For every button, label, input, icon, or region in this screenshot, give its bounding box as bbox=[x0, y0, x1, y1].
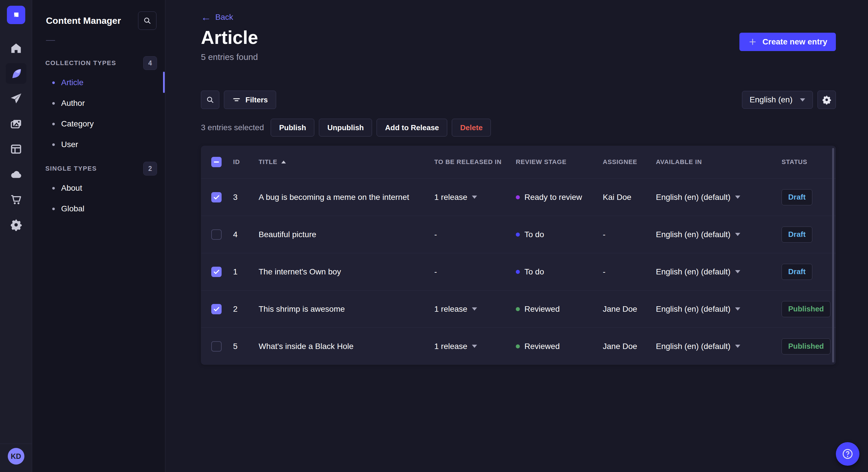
sidebar-search-button[interactable] bbox=[138, 11, 156, 30]
locale-label: English (en) (default) bbox=[656, 230, 731, 239]
user-avatar[interactable]: KD bbox=[8, 448, 24, 465]
strapi-logo[interactable] bbox=[7, 6, 25, 24]
chevron-down-icon[interactable] bbox=[735, 307, 740, 310]
content-type-builder-icon[interactable] bbox=[6, 139, 26, 160]
chevron-down-icon bbox=[800, 98, 805, 102]
column-header-id[interactable]: ID bbox=[233, 158, 259, 166]
column-header-available-in[interactable]: AVAILABLE IN bbox=[656, 158, 782, 166]
sidebar-scrollbar-thumb[interactable] bbox=[163, 72, 165, 93]
column-header-label: ID bbox=[233, 158, 240, 166]
create-new-entry-button[interactable]: Create new entry bbox=[739, 33, 836, 51]
back-arrow-icon: ← bbox=[201, 12, 211, 22]
add-to-release-button[interactable]: Add to Release bbox=[377, 119, 447, 136]
question-mark-icon bbox=[841, 448, 854, 460]
back-link[interactable]: ← Back bbox=[201, 12, 233, 22]
content-manager-icon[interactable] bbox=[6, 63, 26, 84]
home-icon[interactable] bbox=[6, 38, 26, 59]
chevron-down-icon[interactable] bbox=[735, 270, 740, 273]
cell-available-in: English (en) (default) bbox=[656, 267, 782, 276]
chevron-down-icon[interactable] bbox=[735, 233, 740, 236]
bulk-actions: PublishUnpublishAdd to ReleaseDelete bbox=[271, 119, 491, 136]
chevron-down-icon[interactable] bbox=[472, 196, 477, 199]
table-header-row: IDTITLETO BE RELEASED INREVIEW STAGEASSI… bbox=[201, 146, 836, 178]
sidebar-item-author[interactable]: Author bbox=[32, 93, 165, 113]
column-header-review-stage[interactable]: REVIEW STAGE bbox=[516, 158, 603, 166]
chevron-down-icon[interactable] bbox=[735, 345, 740, 348]
cell-status: Published bbox=[782, 301, 836, 317]
table-row[interactable]: 3A bug is becoming a meme on the interne… bbox=[201, 178, 836, 216]
stage-dot-icon bbox=[516, 270, 520, 274]
releases-icon[interactable] bbox=[6, 88, 26, 109]
row-checkbox[interactable] bbox=[211, 267, 222, 277]
cloud-icon[interactable] bbox=[6, 164, 26, 185]
row-select-cell bbox=[201, 192, 233, 202]
column-header-title[interactable]: TITLE bbox=[259, 158, 434, 166]
chevron-down-icon[interactable] bbox=[472, 307, 477, 310]
table-row[interactable]: 1The internet's Own boy-To do-English (e… bbox=[201, 253, 836, 290]
media-library-icon[interactable] bbox=[6, 113, 26, 134]
column-header-status[interactable]: STATUS bbox=[782, 158, 836, 166]
select-all-checkbox[interactable] bbox=[211, 157, 222, 167]
column-header-to-be-released-in[interactable]: TO BE RELEASED IN bbox=[434, 158, 516, 166]
stage-dot-icon bbox=[516, 233, 520, 237]
cell-review-stage: Ready to review bbox=[516, 193, 603, 202]
stage-label: Ready to review bbox=[524, 193, 582, 202]
column-header-assignee[interactable]: ASSIGNEE bbox=[603, 158, 656, 166]
cell-review-stage: Reviewed bbox=[516, 305, 603, 314]
sidebar-section: COLLECTION TYPES4ArticleAuthorCategoryUs… bbox=[32, 56, 165, 155]
chevron-down-icon[interactable] bbox=[735, 196, 740, 199]
marketplace-icon[interactable] bbox=[6, 189, 26, 210]
filter-icon bbox=[232, 96, 241, 104]
stage-dot-icon bbox=[516, 344, 520, 348]
row-checkbox[interactable] bbox=[211, 229, 222, 240]
publish-button[interactable]: Publish bbox=[271, 119, 314, 136]
sidebar-item-about[interactable]: About bbox=[32, 178, 165, 198]
back-label: Back bbox=[215, 12, 233, 22]
sidebar-item-user[interactable]: User bbox=[32, 134, 165, 155]
main-content: ← Back Article 5 entries found Create ne… bbox=[165, 0, 868, 472]
status-badge: Published bbox=[782, 338, 830, 355]
rail-nav bbox=[6, 38, 26, 235]
sidebar-title: Content Manager bbox=[46, 15, 121, 26]
search-button[interactable] bbox=[201, 91, 219, 109]
sidebar-item-global[interactable]: Global bbox=[32, 198, 165, 219]
check-icon bbox=[213, 268, 220, 276]
indeterminate-dash-icon bbox=[214, 162, 219, 163]
sidebar-items: AboutGlobal bbox=[32, 178, 165, 219]
search-icon bbox=[143, 16, 152, 25]
entries-table: IDTITLETO BE RELEASED INREVIEW STAGEASSI… bbox=[201, 146, 836, 365]
unpublish-button[interactable]: Unpublish bbox=[319, 119, 372, 136]
bullet-icon bbox=[52, 81, 55, 84]
cell-available-in: English (en) (default) bbox=[656, 305, 782, 314]
table-row[interactable]: 2This shrimp is awesome1 releaseReviewed… bbox=[201, 290, 836, 328]
sidebar-item-label: Author bbox=[61, 99, 85, 108]
view-settings-button[interactable] bbox=[817, 91, 836, 109]
sidebar-item-category[interactable]: Category bbox=[32, 113, 165, 134]
delete-button[interactable]: Delete bbox=[452, 119, 491, 136]
content-manager-sidebar: Content Manager COLLECTION TYPES4Article… bbox=[32, 0, 165, 472]
row-checkbox[interactable] bbox=[211, 192, 222, 202]
table-row[interactable]: 5What's inside a Black Hole1 releaseRevi… bbox=[201, 328, 836, 365]
table-row[interactable]: 4Beautiful picture-To do-English (en) (d… bbox=[201, 216, 836, 253]
locale-select[interactable]: English (en) bbox=[742, 91, 813, 109]
cell-id: 1 bbox=[233, 267, 259, 276]
column-header-label: STATUS bbox=[782, 158, 807, 166]
cell-title: The internet's Own boy bbox=[259, 267, 434, 276]
section-count-badge: 4 bbox=[143, 56, 157, 70]
sidebar-item-article[interactable]: Article bbox=[32, 72, 165, 93]
sort-ascending-icon bbox=[281, 161, 286, 164]
bullet-icon bbox=[52, 143, 55, 146]
row-checkbox[interactable] bbox=[211, 341, 222, 351]
column-header-label: ASSIGNEE bbox=[603, 158, 637, 166]
cell-status: Draft bbox=[782, 227, 836, 243]
settings-icon[interactable] bbox=[6, 214, 26, 235]
table-scrollbar[interactable] bbox=[832, 148, 834, 363]
filters-button[interactable]: Filters bbox=[224, 91, 276, 109]
row-checkbox[interactable] bbox=[211, 304, 222, 314]
chevron-down-icon[interactable] bbox=[472, 345, 477, 348]
stage-dot-icon bbox=[516, 307, 520, 311]
help-button[interactable] bbox=[836, 442, 859, 466]
plus-icon bbox=[748, 37, 757, 46]
cell-available-in: English (en) (default) bbox=[656, 193, 782, 202]
bullet-icon bbox=[52, 123, 55, 125]
